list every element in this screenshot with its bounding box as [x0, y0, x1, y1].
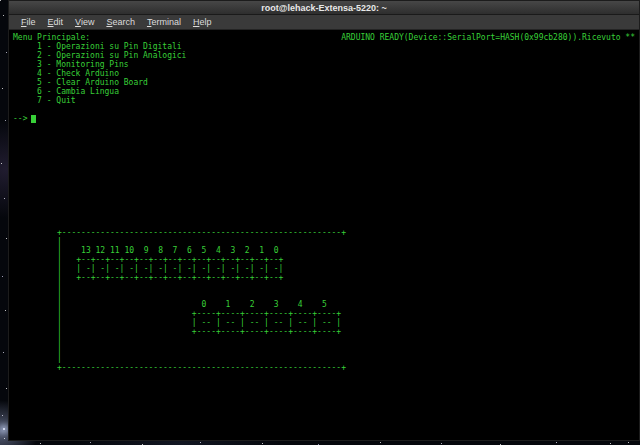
menu-title-text: Menu Principale: [13, 33, 90, 42]
menubar-item-view[interactable]: View [69, 15, 100, 30]
prompt-line: --> [13, 114, 635, 123]
window-title: root@lehack-Extensa-5220: ~ [261, 1, 387, 15]
menubar-item-file[interactable]: File [15, 15, 42, 30]
prompt-text: --> [13, 114, 27, 123]
arduino-board-ascii-art: +---------------------------------------… [57, 228, 635, 372]
menubar: File Edit View Search Terminal Help [9, 15, 639, 30]
menubar-item-search[interactable]: Search [100, 15, 141, 30]
status-line: Menu Principale: ARDUINO READY(Device::S… [13, 33, 635, 42]
titlebar[interactable]: root@lehack-Extensa-5220: ~ [9, 1, 639, 15]
galaxy-glow [3, 428, 5, 430]
main-menu-options: 1 - Operazioni su Pin Digitali 2 - Opera… [13, 42, 635, 105]
terminal-cursor [31, 115, 36, 123]
menubar-item-help[interactable]: Help [187, 15, 218, 30]
terminal-window: root@lehack-Extensa-5220: ~ File Edit Vi… [8, 0, 640, 441]
desktop-background: root@lehack-Extensa-5220: ~ File Edit Vi… [0, 0, 640, 445]
starfield [0, 0, 1, 1]
terminal-screen[interactable]: Menu Principale: ARDUINO READY(Device::S… [9, 30, 639, 440]
arduino-status-text: ARDUINO READY(Device::SerialPort=HASH(0x… [341, 33, 635, 42]
menubar-item-edit[interactable]: Edit [42, 15, 70, 30]
menubar-item-terminal[interactable]: Terminal [141, 15, 187, 30]
